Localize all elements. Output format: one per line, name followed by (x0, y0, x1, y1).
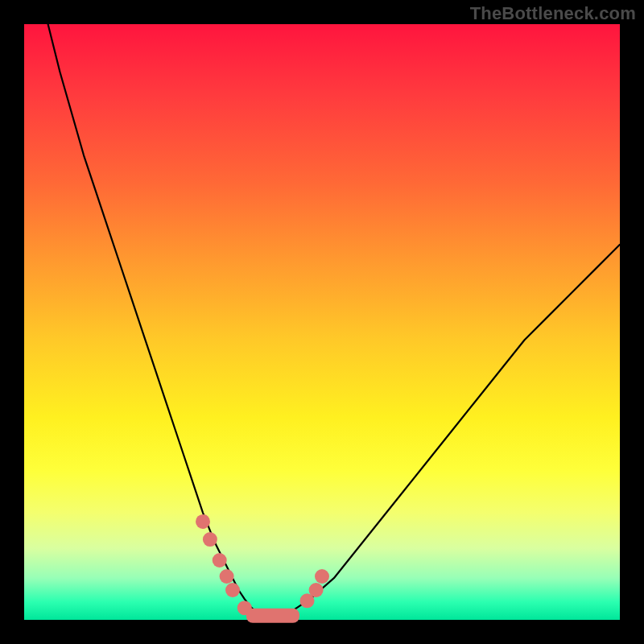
curve-marker-4 (225, 583, 240, 597)
curve-marker-8 (315, 569, 329, 584)
curve-marker-1 (203, 532, 217, 547)
curve-svg (24, 24, 620, 620)
plot-area (24, 24, 620, 620)
curve-marker-7 (309, 583, 324, 597)
curve-marker-3 (220, 569, 234, 584)
bottleneck-curve (48, 24, 620, 617)
flat-marker (246, 609, 299, 623)
curve-marker-0 (196, 514, 210, 529)
marker-group (196, 514, 329, 615)
curve-marker-2 (213, 553, 227, 568)
chart-frame: TheBottleneck.com (0, 0, 644, 644)
watermark-text: TheBottleneck.com (470, 3, 636, 24)
